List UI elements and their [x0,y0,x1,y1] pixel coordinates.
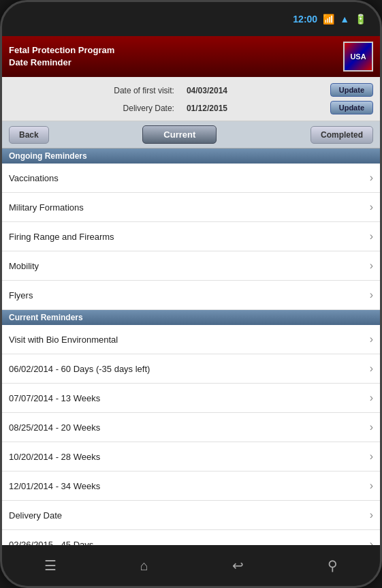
chevron-icon: › [370,260,373,272]
first-visit-row: Date of first visit: 04/03/2014 Update [9,81,373,99]
screen: Fetal Protection Program Date Reminder U… [2,36,380,545]
list-item[interactable]: Military Formations › [2,193,380,222]
app-title-line1: Fetal Protection Program [9,44,114,57]
item-45days: 02/26/2015 - 45 Days [9,540,93,546]
chevron-icon: › [370,230,373,243]
date-section: Date of first visit: 04/03/2014 Update D… [2,77,380,121]
ongoing-section-header: Ongoing Reminders [2,149,380,164]
list-item[interactable]: Visit with Bio Environmental › [2,325,380,354]
delivery-date-label: Delivery Date: [123,104,181,113]
current-section-header: Current Reminders [2,310,380,325]
app-header: Fetal Protection Program Date Reminder U… [2,36,380,77]
first-visit-label: Date of first visit: [114,86,181,95]
menu-nav-icon[interactable]: ☰ [44,557,57,574]
back-nav-icon[interactable]: ↩ [232,557,244,574]
list-item[interactable]: 12/01/2014 - 34 Weeks › [2,471,380,501]
tab-bar: Back Current Completed [2,121,380,149]
item-flyers: Flyers [9,290,33,300]
chevron-icon: › [370,480,373,492]
item-delivery-date: Delivery Date [9,510,62,521]
battery-icon: 🔋 [355,14,366,25]
current-tab[interactable]: Current [142,125,217,144]
list-item[interactable]: Delivery Date › [2,501,380,530]
first-visit-update-button[interactable]: Update [330,83,373,97]
status-bar: 12:00 📶 ▲ 🔋 [2,2,380,36]
chevron-icon: › [370,289,373,301]
chevron-icon: › [370,201,373,213]
delivery-date-update-button[interactable]: Update [330,101,373,114]
list-item[interactable]: 07/07/2014 - 13 Weeks › [2,384,380,413]
item-firing-range: Firing Range and Firearms [9,232,114,242]
signal-icon: ▲ [340,14,349,25]
item-28weeks: 10/20/2014 - 28 Weeks [9,452,100,462]
app-logo: USA [343,42,373,72]
item-60days: 06/02/2014 - 60 Days (-35 days left) [9,364,150,374]
item-bio-environmental: Visit with Bio Environmental [9,335,118,345]
device-nav-bar: ☰ ⌂ ↩ ⚲ [2,545,380,586]
list-item[interactable]: 10/20/2014 - 28 Weeks › [2,442,380,471]
item-mobility: Mobility [9,261,39,271]
chevron-icon: › [370,172,373,184]
chevron-icon: › [370,421,373,433]
list-item[interactable]: Firing Range and Firearms › [2,222,380,251]
app-title: Fetal Protection Program Date Reminder [9,44,114,69]
item-34weeks: 12/01/2014 - 34 Weeks [9,481,100,491]
wifi-icon: 📶 [323,14,334,25]
back-button[interactable]: Back [9,126,49,144]
search-nav-icon[interactable]: ⚲ [328,557,338,574]
list-item[interactable]: 08/25/2014 - 20 Weeks › [2,413,380,442]
list-item[interactable]: Flyers › [2,281,380,310]
list-item[interactable]: 06/02/2014 - 60 Days (-35 days left) › [2,354,380,384]
chevron-icon: › [370,538,373,545]
list-item[interactable]: Mobility › [2,251,380,281]
logo-text: USA [345,43,372,70]
item-vaccinations: Vaccinations [9,173,59,183]
chevron-icon: › [370,333,373,345]
list-container: Ongoing Reminders Vaccinations › Militar… [2,149,380,545]
delivery-date-value: 01/12/2015 [187,104,227,113]
list-item[interactable]: 02/26/2015 - 45 Days › [2,530,380,545]
home-nav-icon[interactable]: ⌂ [140,558,148,574]
chevron-icon: › [370,509,373,521]
first-visit-value: 04/03/2014 [187,86,227,95]
list-item[interactable]: Vaccinations › [2,164,380,193]
delivery-date-row: Delivery Date: 01/12/2015 Update [9,99,373,117]
item-13weeks: 07/07/2014 - 13 Weeks [9,393,100,403]
item-20weeks: 08/25/2014 - 20 Weeks [9,422,100,433]
item-military-formations: Military Formations [9,202,84,213]
chevron-icon: › [370,392,373,404]
app-title-line2: Date Reminder [9,57,114,69]
time-display: 12:00 [293,14,317,25]
chevron-icon: › [370,450,373,463]
chevron-icon: › [370,362,373,375]
device: 12:00 📶 ▲ 🔋 Fetal Protection Program Dat… [0,0,382,588]
completed-tab[interactable]: Completed [311,126,373,144]
